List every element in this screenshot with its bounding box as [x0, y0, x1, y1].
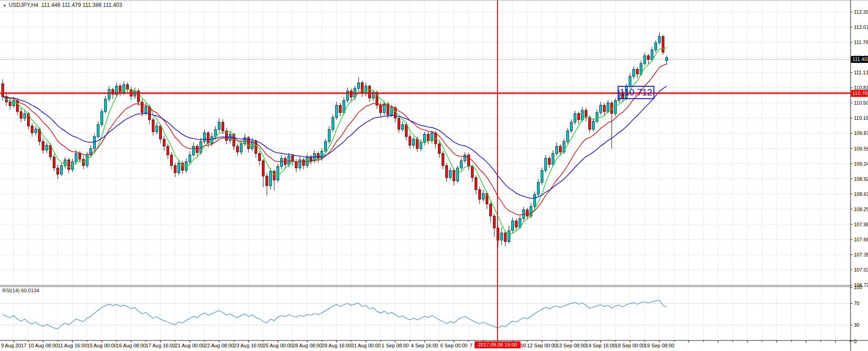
price-axis-label: 107.665	[854, 236, 868, 243]
time-axis-label: 12 Sep 00:00	[527, 343, 557, 348]
crosshair-price-tag: 110.703	[851, 90, 868, 97]
chart-canvas[interactable]	[0, 0, 868, 351]
ohlc-readout: 111.446 111.479 111.386 111.403	[41, 2, 122, 8]
price-axis-label: 112.075	[854, 23, 868, 31]
price-axis-label: 107.350	[854, 251, 868, 258]
bid-price-tag: 111.403	[851, 56, 868, 63]
price-axis-label: 109.870	[854, 129, 868, 137]
time-axis-label: 28 Aug 08:00	[293, 343, 322, 348]
time-axis-label: 23 Aug 16:00	[234, 343, 264, 348]
time-axis-label: 14 Sep 16:00	[586, 343, 615, 348]
time-axis-label: 6 Sep 00:00	[440, 343, 467, 348]
rsi-axis-label: 70	[854, 300, 859, 307]
rsi-name: RSI(14)	[2, 288, 20, 293]
time-axis-label: 29 Aug 16:00	[322, 343, 352, 348]
time-axis-label: 10 Aug 08:00	[28, 343, 58, 348]
time-axis-label: 4 Sep 16:00	[411, 343, 438, 348]
time-axis-label: 15 Aug 00:00	[87, 343, 117, 348]
time-axis-label: 9 Aug 2017	[1, 343, 27, 348]
price-axis-label: 110.500	[854, 99, 868, 106]
price-axis-label: 111.130	[854, 69, 868, 76]
price-axis-label: 107.980	[854, 221, 868, 228]
mt4-chart-window: ▼USDJPY,H4 111.446 111.479 111.386 111.4…	[0, 0, 868, 351]
time-axis-label: 22 Aug 08:00	[205, 343, 234, 348]
time-axis-label: 19 Sep 08:00	[644, 343, 674, 348]
time-axis-label: 21 Aug 00:00	[175, 343, 205, 348]
price-axis-label: 111.760	[854, 39, 868, 46]
time-axis-label: 31 Aug 00:00	[351, 343, 381, 348]
price-axis-label: 112.390	[854, 8, 868, 16]
price-axis-label: 109.555	[854, 145, 868, 152]
rsi-indicator-label: RSI(14) 60.0134	[2, 288, 39, 293]
rsi-axis-label: 0	[854, 338, 857, 345]
time-axis-label: 16 Aug 08:00	[116, 343, 146, 348]
chart-title: ▼USDJPY,H4 111.446 111.479 111.386 111.4…	[3, 2, 122, 8]
rsi-axis-label: 100	[854, 284, 862, 291]
time-axis-label: 1 Sep 08:00	[381, 343, 409, 348]
price-axis-label: 107.035	[854, 266, 868, 273]
time-axis-label: 18 Sep 00:00	[615, 343, 645, 348]
symbol-period-label: USDJPY,H4	[9, 2, 38, 8]
price-axis-label: 110.185	[854, 114, 868, 122]
rsi-axis-label: 30	[854, 321, 859, 329]
rsi-value: 60.0134	[21, 288, 39, 293]
time-axis-label: 25 Aug 00:00	[263, 343, 293, 348]
time-axis-label: 17 Aug 16:00	[146, 343, 176, 348]
price-axis-label: 108.925	[854, 175, 868, 183]
price-axis-label: 108.610	[854, 190, 868, 198]
time-axis-label: 11 Aug 16:00	[58, 343, 87, 348]
price-axis-label: 108.295	[854, 206, 868, 213]
time-axis-label: 13 Sep 08:00	[556, 343, 586, 348]
price-axis-label: 109.240	[854, 160, 868, 167]
collapse-chevron-icon[interactable]: ▼	[3, 4, 6, 8]
crosshair-time-tag: 2017.09.08 15:00	[475, 341, 520, 348]
price-annotation-label[interactable]: 110.712	[618, 86, 654, 99]
